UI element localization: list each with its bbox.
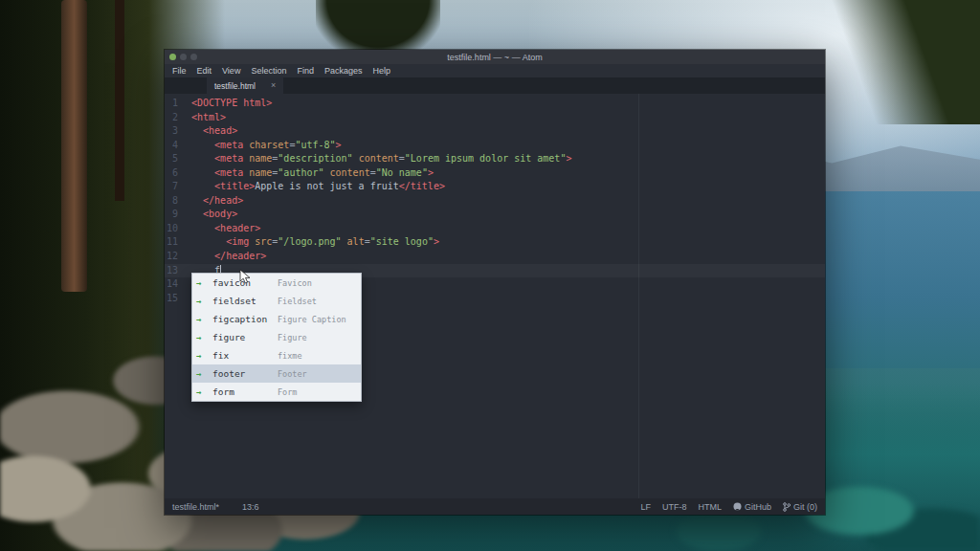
- code-content: <img src="/logo.png" alt="site logo">: [184, 235, 439, 250]
- autocomplete-popup: →faviconFavicon→fieldsetFieldset→figcapt…: [191, 273, 362, 402]
- line-number: 15: [165, 292, 184, 306]
- tab-label: testfile.html: [214, 81, 256, 91]
- autocomplete-item-fieldset[interactable]: →fieldsetFieldset: [192, 292, 361, 310]
- snippet-icon: →: [196, 333, 212, 342]
- autocomplete-item-favicon[interactable]: →faviconFavicon: [192, 274, 361, 292]
- line-number: 4: [165, 139, 184, 153]
- tab-testfile[interactable]: testfile.html ×: [207, 77, 283, 94]
- line-number: 12: [165, 250, 184, 264]
- tab-close-icon[interactable]: ×: [271, 81, 276, 90]
- autocomplete-label: figure: [212, 332, 278, 342]
- code-line-1[interactable]: 1<DOCTYPE html>: [165, 97, 825, 111]
- mouse-cursor: [239, 269, 252, 285]
- github-icon: [733, 502, 742, 511]
- snippet-icon: →: [196, 369, 212, 379]
- code-content: <meta name="description" content="Lorem …: [184, 152, 571, 166]
- wallpaper-tree-trunk: [61, 0, 87, 292]
- code-content: <title>Apple is not just a fruit</title>: [184, 180, 445, 194]
- status-bar: testfile.html* 13:6 LFUTF-8HTML GitHub G…: [165, 498, 825, 515]
- line-number: 5: [165, 152, 184, 166]
- wallpaper-tree-trunk-thin: [115, 0, 124, 201]
- status-git[interactable]: Git (0): [783, 502, 817, 512]
- menu-item-view[interactable]: View: [222, 66, 240, 76]
- autocomplete-hint: Fieldset: [278, 297, 317, 306]
- code-content: </head>: [184, 194, 243, 209]
- status-cursor-position[interactable]: 13:6: [242, 502, 259, 512]
- autocomplete-item-fix[interactable]: →fixfixme: [192, 346, 361, 364]
- status-utf-8[interactable]: UTF-8: [662, 502, 687, 512]
- window-control-close[interactable]: [169, 54, 176, 60]
- status-right: LFUTF-8HTML GitHub Git (0): [640, 502, 817, 512]
- menu-item-edit[interactable]: Edit: [197, 66, 212, 76]
- code-line-11[interactable]: 11 <img src="/logo.png" alt="site logo">: [165, 235, 825, 250]
- autocomplete-label: figcaption: [212, 314, 278, 324]
- window-title: testfile.html — ~ — Atom: [447, 53, 542, 62]
- code-line-10[interactable]: 10 <header>: [165, 222, 825, 236]
- snippet-icon: →: [196, 297, 212, 306]
- autocomplete-hint: Figure: [278, 333, 307, 342]
- code-line-5[interactable]: 5 <meta name="description" content="Lore…: [165, 152, 825, 166]
- code-content: <meta name="author" content="No name">: [184, 166, 434, 181]
- autocomplete-item-footer[interactable]: →footerFooter: [192, 364, 361, 383]
- status-github-label: GitHub: [745, 502, 771, 512]
- autocomplete-label: fieldset: [212, 296, 278, 306]
- autocomplete-hint: Footer: [278, 369, 307, 379]
- menu-item-file[interactable]: File: [172, 66, 187, 76]
- autocomplete-label: footer: [212, 368, 278, 379]
- code-line-9[interactable]: 9 <body>: [165, 208, 825, 222]
- line-number: 8: [165, 194, 184, 209]
- line-number: 2: [165, 111, 184, 125]
- snippet-icon: →: [196, 351, 212, 361]
- desktop: testfile.html — ~ — Atom FileEditViewSel…: [0, 0, 980, 551]
- wallpaper-treetop: [316, 0, 440, 57]
- code-content: [184, 292, 191, 306]
- autocomplete-item-figcaption[interactable]: →figcaptionFigure Caption: [192, 310, 361, 328]
- code-content: <DOCTYPE html>: [184, 97, 272, 111]
- title-bar[interactable]: testfile.html — ~ — Atom: [165, 50, 825, 64]
- code-line-3[interactable]: 3 <head>: [165, 124, 825, 139]
- snippet-icon: →: [196, 387, 212, 397]
- menu-item-selection[interactable]: Selection: [251, 66, 286, 76]
- status-html[interactable]: HTML: [698, 502, 722, 512]
- code-content: [184, 277, 191, 292]
- menu-item-help[interactable]: Help: [372, 66, 390, 76]
- code-content: <head>: [184, 124, 237, 139]
- code-line-8[interactable]: 8 </head>: [165, 194, 825, 209]
- window-control-maximize[interactable]: [190, 54, 197, 60]
- code-content: <body>: [184, 208, 237, 222]
- autocomplete-label: form: [212, 386, 278, 397]
- code-content: <header>: [184, 222, 260, 236]
- snippet-icon: →: [196, 278, 212, 288]
- tab-bar: testfile.html ×: [165, 77, 825, 94]
- status-github[interactable]: GitHub: [733, 502, 771, 512]
- autocomplete-item-figure[interactable]: →figureFigure: [192, 328, 361, 346]
- status-lf[interactable]: LF: [640, 502, 651, 512]
- code-line-2[interactable]: 2<html>: [165, 111, 825, 125]
- code-line-12[interactable]: 12 </header>: [165, 250, 825, 264]
- line-number: 6: [165, 166, 184, 181]
- line-number: 10: [165, 222, 184, 236]
- line-number: 3: [165, 124, 184, 139]
- line-number: 7: [165, 180, 184, 194]
- autocomplete-hint: Figure Caption: [278, 315, 346, 324]
- code-line-7[interactable]: 7 <title>Apple is not just a fruit</titl…: [165, 180, 825, 194]
- code-line-6[interactable]: 6 <meta name="author" content="No name">: [165, 166, 825, 181]
- menu-bar: FileEditViewSelectionFindPackagesHelp: [165, 64, 825, 77]
- line-number: 13: [165, 264, 184, 278]
- autocomplete-hint: fixme: [278, 351, 302, 361]
- git-branch-icon: [783, 502, 791, 512]
- window-controls: [169, 54, 197, 60]
- menu-item-packages[interactable]: Packages: [324, 66, 363, 76]
- line-number: 1: [165, 97, 184, 111]
- status-left: testfile.html* 13:6: [172, 502, 259, 512]
- window-control-minimize[interactable]: [180, 54, 187, 60]
- autocomplete-label: fix: [212, 350, 278, 361]
- status-filename[interactable]: testfile.html*: [172, 502, 219, 512]
- autocomplete-hint: Favicon: [278, 278, 312, 288]
- code-line-4[interactable]: 4 <meta charset="utf-8">: [165, 139, 825, 153]
- status-indicators: LFUTF-8HTML: [640, 502, 722, 512]
- autocomplete-item-form[interactable]: →formForm: [192, 383, 361, 401]
- status-git-label: Git (0): [793, 502, 817, 512]
- line-number: 14: [165, 277, 184, 292]
- menu-item-find[interactable]: Find: [297, 66, 314, 76]
